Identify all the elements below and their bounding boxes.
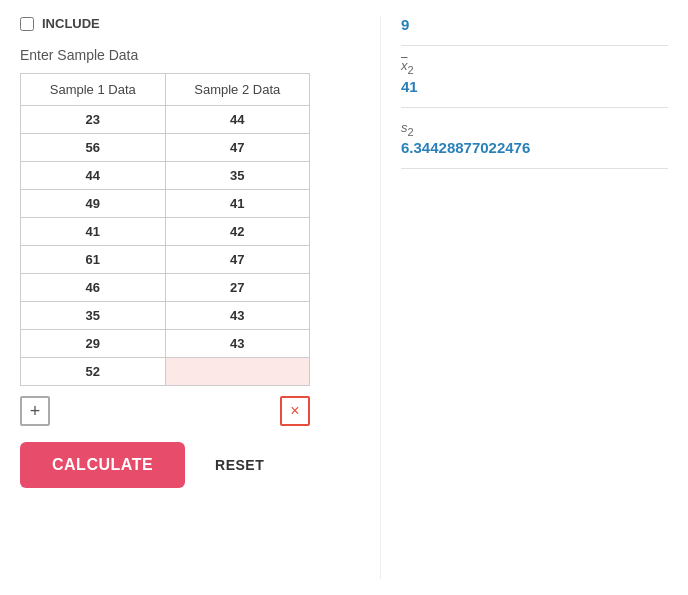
col1-header: Sample 1 Data bbox=[21, 74, 166, 106]
n2-value: 9 bbox=[401, 16, 668, 33]
sample1-cell: 49 bbox=[21, 190, 166, 218]
button-row: CALCULATE RESET bbox=[20, 442, 360, 488]
sample1-cell: 52 bbox=[21, 358, 166, 386]
sample1-cell: 29 bbox=[21, 330, 166, 358]
table-row: 3543 bbox=[21, 302, 310, 330]
s2-label: s2 bbox=[401, 120, 668, 138]
table-row: 52 bbox=[21, 358, 310, 386]
sample-data-table: Sample 1 Data Sample 2 Data 234456474435… bbox=[20, 73, 310, 386]
sample2-cell: 41 bbox=[165, 190, 310, 218]
n2-stat-group: 9 bbox=[401, 16, 668, 46]
plus-icon: + bbox=[30, 401, 41, 422]
col2-header: Sample 2 Data bbox=[165, 74, 310, 106]
table-row: 6147 bbox=[21, 246, 310, 274]
sample1-cell: 41 bbox=[21, 218, 166, 246]
sample2-cell: 43 bbox=[165, 302, 310, 330]
main-container: INCLUDE Enter Sample Data Sample 1 Data … bbox=[0, 0, 688, 595]
sample1-cell: 35 bbox=[21, 302, 166, 330]
sample2-cell: 47 bbox=[165, 134, 310, 162]
confidence-checkbox[interactable] bbox=[20, 17, 34, 31]
reset-button[interactable]: RESET bbox=[215, 457, 264, 473]
s2-value: 6.34428877022476 bbox=[401, 139, 668, 156]
sample2-cell: 42 bbox=[165, 218, 310, 246]
x2bar-value: 41 bbox=[401, 78, 668, 95]
left-panel: INCLUDE Enter Sample Data Sample 1 Data … bbox=[0, 16, 380, 579]
sample1-cell: 56 bbox=[21, 134, 166, 162]
sample1-cell: 23 bbox=[21, 106, 166, 134]
table-row: 4627 bbox=[21, 274, 310, 302]
sample-section-title: Enter Sample Data bbox=[20, 47, 360, 63]
add-row-button[interactable]: + bbox=[20, 396, 50, 426]
table-actions: + × bbox=[20, 396, 310, 426]
sample2-cell: 27 bbox=[165, 274, 310, 302]
s2-stat-group: s2 6.34428877022476 bbox=[401, 120, 668, 170]
sample2-cell bbox=[165, 358, 310, 386]
sample2-cell: 44 bbox=[165, 106, 310, 134]
confidence-include-label: INCLUDE bbox=[42, 16, 100, 31]
table-row: 2344 bbox=[21, 106, 310, 134]
confidence-row: INCLUDE bbox=[20, 16, 360, 31]
x2bar-stat-group: x2 41 bbox=[401, 58, 668, 108]
sample1-cell: 61 bbox=[21, 246, 166, 274]
table-row: 4435 bbox=[21, 162, 310, 190]
x2bar-label: x2 bbox=[401, 58, 668, 76]
remove-row-button[interactable]: × bbox=[280, 396, 310, 426]
table-row: 4941 bbox=[21, 190, 310, 218]
table-row: 5647 bbox=[21, 134, 310, 162]
table-row: 4142 bbox=[21, 218, 310, 246]
table-row: 2943 bbox=[21, 330, 310, 358]
sample1-cell: 46 bbox=[21, 274, 166, 302]
sample1-cell: 44 bbox=[21, 162, 166, 190]
sample2-cell: 43 bbox=[165, 330, 310, 358]
right-panel: 9 x2 41 s2 6.34428877022476 bbox=[380, 16, 688, 579]
times-icon: × bbox=[290, 402, 299, 420]
calculate-button[interactable]: CALCULATE bbox=[20, 442, 185, 488]
sample2-cell: 35 bbox=[165, 162, 310, 190]
sample2-cell: 47 bbox=[165, 246, 310, 274]
